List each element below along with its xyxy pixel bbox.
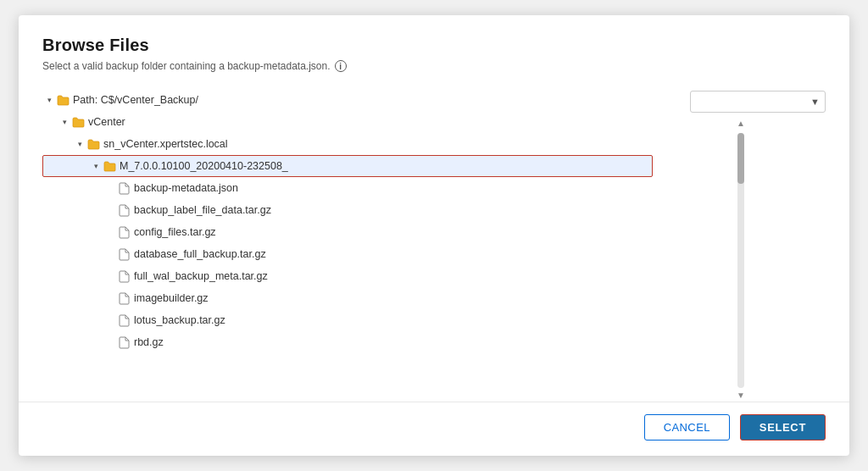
tree-item-label: vCenter <box>88 116 125 128</box>
file-item[interactable]: full_wal_backup_meta.tar.gz <box>42 265 653 287</box>
tree-item-label: M_7.0.0.10100_20200410-232508_ <box>120 160 288 172</box>
dropdown-arrow-icon: ▼ <box>810 97 820 107</box>
tree-item-label: Path: C$/vCenter_Backup/ <box>73 94 198 106</box>
tree-item-label: backup_label_file_data.tar.gz <box>134 204 271 216</box>
file-tree[interactable]: Path: C$/vCenter_Backup/ vCenter sn_vCen… <box>42 89 656 402</box>
file-icon <box>117 203 131 217</box>
folder-icon <box>56 93 70 107</box>
file-icon <box>117 313 131 327</box>
folder-icon <box>71 115 85 129</box>
subtitle-text: Select a valid backup folder containing … <box>42 60 331 72</box>
dialog-header: Browse Files Select a valid backup folde… <box>19 15 849 80</box>
file-item[interactable]: lotus_backup.tar.gz <box>42 309 653 331</box>
right-panel: ▼ ▲ ▼ <box>656 89 826 402</box>
file-item[interactable]: backup_label_file_data.tar.gz <box>42 199 653 221</box>
file-icon <box>117 335 131 349</box>
file-item[interactable]: backup-metadata.json <box>42 177 653 199</box>
scroll-down-button[interactable]: ▼ <box>734 388 748 402</box>
tree-item-label: backup-metadata.json <box>134 182 238 194</box>
dialog-title: Browse Files <box>42 36 826 55</box>
info-icon[interactable]: i <box>335 60 347 72</box>
file-item[interactable]: config_files.tar.gz <box>42 221 653 243</box>
scrollbar-track <box>737 133 744 388</box>
tree-item-label: database_full_backup.tar.gz <box>134 248 266 260</box>
filter-dropdown[interactable]: ▼ <box>690 91 826 113</box>
file-icon <box>117 181 131 195</box>
file-item[interactable]: imagebuilder.gz <box>42 287 653 309</box>
tree-item-label: config_files.tar.gz <box>134 226 216 238</box>
dialog-footer: CANCEL SELECT <box>19 402 849 456</box>
chevron-down-icon[interactable] <box>73 137 86 151</box>
scrollbar-thumb[interactable] <box>737 133 744 184</box>
dialog-subtitle: Select a valid backup folder containing … <box>42 60 826 72</box>
file-icon <box>117 269 131 283</box>
tree-item-label: imagebuilder.gz <box>134 292 209 304</box>
folder-item[interactable]: Path: C$/vCenter_Backup/ <box>42 89 653 111</box>
browse-files-dialog: Browse Files Select a valid backup folde… <box>19 15 849 456</box>
tree-item-label: sn_vCenter.xpertstec.local <box>103 138 228 150</box>
tree-item-label: lotus_backup.tar.gz <box>134 314 225 326</box>
chevron-down-icon[interactable] <box>89 159 103 173</box>
file-icon <box>117 291 131 305</box>
folder-item[interactable]: vCenter <box>42 111 653 133</box>
tree-item-label: full_wal_backup_meta.tar.gz <box>134 270 268 282</box>
folder-item[interactable]: M_7.0.0.10100_20200410-232508_ <box>42 155 653 177</box>
folder-item[interactable]: sn_vCenter.xpertstec.local <box>42 133 653 155</box>
folder-icon <box>86 137 100 151</box>
chevron-down-icon[interactable] <box>42 93 56 107</box>
cancel-button[interactable]: CANCEL <box>644 414 730 441</box>
file-icon <box>117 225 131 239</box>
file-item[interactable]: database_full_backup.tar.gz <box>42 243 653 265</box>
scroll-up-button[interactable]: ▲ <box>734 116 748 130</box>
file-item[interactable]: rbd.gz <box>42 331 653 353</box>
select-button[interactable]: SELECT <box>740 414 826 441</box>
dialog-body: Path: C$/vCenter_Backup/ vCenter sn_vCen… <box>19 80 849 402</box>
file-icon <box>117 247 131 261</box>
folder-icon <box>103 159 116 173</box>
chevron-down-icon[interactable] <box>58 115 71 129</box>
tree-item-label: rbd.gz <box>134 336 164 348</box>
